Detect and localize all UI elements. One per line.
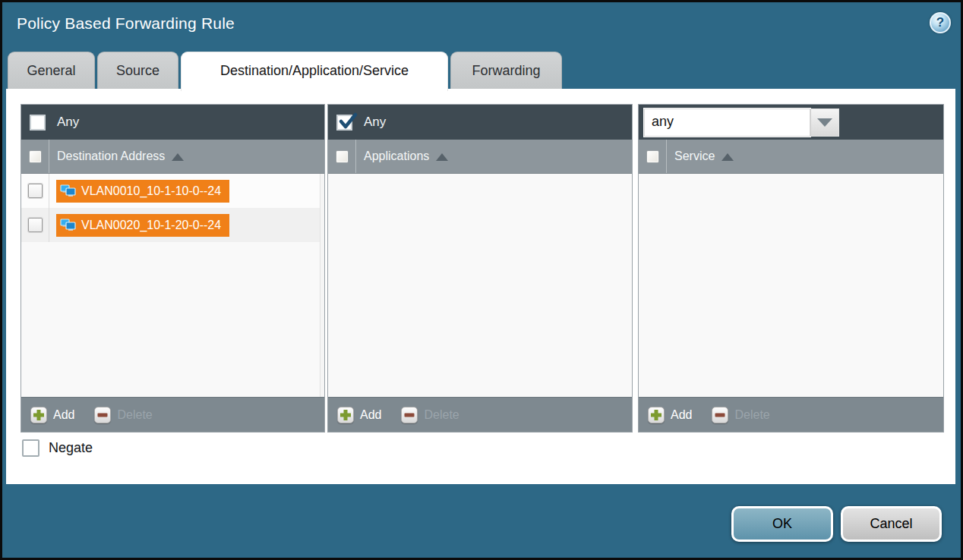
negate-label: Negate bbox=[49, 440, 93, 456]
applications-any-checkbox[interactable] bbox=[336, 115, 352, 131]
tab-destination-application-service[interactable]: Destination/Application/Service bbox=[181, 52, 448, 91]
scrollbar-gutter[interactable] bbox=[320, 174, 324, 397]
service-type-value[interactable]: any bbox=[644, 109, 810, 137]
service-type-dropdown[interactable]: any bbox=[644, 109, 839, 137]
applications-column-header[interactable]: Applications bbox=[328, 140, 632, 174]
destination-delete-button[interactable]: Delete bbox=[94, 407, 152, 423]
tab-forwarding[interactable]: Forwarding bbox=[450, 52, 562, 89]
check-icon bbox=[338, 112, 358, 132]
sort-asc-icon bbox=[436, 153, 448, 161]
applications-panel: Any Applications Add Delete bbox=[327, 104, 633, 433]
negate-option: Negate bbox=[22, 439, 93, 457]
delete-icon bbox=[94, 407, 111, 423]
destination-select-all-checkbox[interactable] bbox=[29, 150, 42, 163]
destination-any-label: Any bbox=[57, 115, 79, 130]
applications-column-header-label: Applications bbox=[364, 149, 429, 163]
sort-asc-icon bbox=[721, 153, 734, 161]
destination-row-1[interactable]: VLAN0010_10-1-10-0--24 bbox=[21, 174, 324, 208]
sort-asc-icon bbox=[172, 153, 184, 161]
service-delete-button[interactable]: Delete bbox=[712, 407, 769, 423]
applications-select-all-checkbox[interactable] bbox=[336, 150, 349, 163]
destination-address-panel: Any Destination Address bbox=[21, 104, 325, 433]
applications-delete-button[interactable]: Delete bbox=[401, 407, 459, 423]
destination-address-chip[interactable]: VLAN0020_10-1-20-0--24 bbox=[56, 214, 229, 237]
destination-row-2-label: VLAN0020_10-1-20-0--24 bbox=[81, 219, 221, 232]
destination-column-header-label: Destination Address bbox=[57, 149, 165, 163]
network-icon bbox=[60, 184, 76, 197]
tab-source[interactable]: Source bbox=[97, 52, 178, 89]
network-icon bbox=[60, 219, 76, 231]
service-list bbox=[639, 174, 943, 397]
negate-checkbox[interactable] bbox=[22, 439, 39, 457]
destination-row-1-label: VLAN0010_10-1-10-0--24 bbox=[81, 184, 221, 198]
service-add-button[interactable]: Add bbox=[648, 407, 692, 423]
destination-column-header[interactable]: Destination Address bbox=[21, 140, 324, 174]
applications-toolbar: Add Delete bbox=[328, 397, 632, 432]
destination-any-checkbox[interactable] bbox=[30, 115, 46, 131]
destination-add-button[interactable]: Add bbox=[30, 407, 74, 423]
add-icon bbox=[648, 407, 665, 423]
destination-row-1-checkbox[interactable] bbox=[28, 184, 43, 198]
destination-select-all-cell bbox=[21, 140, 49, 173]
destination-address-chip[interactable]: VLAN0010_10-1-10-0--24 bbox=[56, 180, 229, 203]
destination-list: VLAN0010_10-1-10-0--24 bbox=[21, 174, 324, 397]
applications-any-label: Any bbox=[364, 115, 386, 130]
delete-icon bbox=[712, 407, 728, 423]
add-icon bbox=[337, 407, 354, 423]
tab-general[interactable]: General bbox=[8, 52, 95, 89]
add-icon bbox=[30, 407, 47, 423]
chevron-down-icon bbox=[817, 118, 832, 127]
applications-any-bar: Any bbox=[328, 105, 632, 140]
cancel-button[interactable]: Cancel bbox=[841, 506, 942, 542]
service-panel: any Service Add bbox=[638, 104, 944, 433]
tab-bar: General Source Destination/Application/S… bbox=[8, 52, 564, 91]
dialog-title: Policy Based Forwarding Rule bbox=[17, 14, 235, 33]
destination-row-2-checkbox[interactable] bbox=[28, 218, 43, 232]
destination-toolbar: Add Delete bbox=[21, 397, 324, 432]
destination-any-bar: Any bbox=[21, 105, 324, 140]
service-select-all-checkbox[interactable] bbox=[646, 150, 659, 163]
service-column-header[interactable]: Service bbox=[639, 140, 943, 174]
tab-content-area: Any Destination Address bbox=[6, 89, 955, 484]
service-select-all-cell bbox=[639, 140, 667, 173]
help-icon[interactable]: ? bbox=[930, 12, 951, 33]
applications-add-button[interactable]: Add bbox=[337, 407, 381, 423]
service-toolbar: Add Delete bbox=[639, 397, 943, 432]
service-type-bar: any bbox=[639, 105, 943, 140]
destination-row-2[interactable]: VLAN0020_10-1-20-0--24 bbox=[21, 208, 324, 242]
dropdown-arrow-button[interactable] bbox=[810, 109, 839, 137]
service-column-header-label: Service bbox=[674, 149, 715, 163]
ok-button[interactable]: OK bbox=[731, 506, 833, 542]
applications-select-all-cell bbox=[328, 140, 356, 173]
applications-list bbox=[328, 174, 632, 397]
policy-based-forwarding-rule-dialog: Policy Based Forwarding Rule ? General S… bbox=[0, 0, 963, 560]
delete-icon bbox=[401, 407, 418, 423]
